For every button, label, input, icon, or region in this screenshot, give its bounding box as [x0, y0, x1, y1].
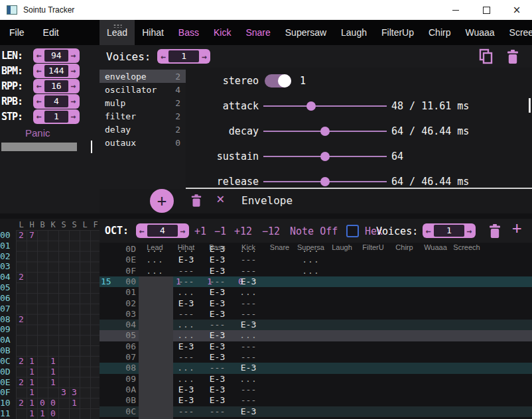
order-cell[interactable]: 1 [27, 398, 37, 408]
note-cell[interactable]: E-3 [170, 341, 202, 352]
order-cell[interactable]: 1 [37, 408, 48, 419]
note-cell[interactable]: ... [233, 374, 264, 385]
note-row[interactable]: 0F...---E-3---... [100, 266, 532, 276]
note-cell[interactable]: ... [233, 330, 264, 341]
rpb-stepper[interactable]: ←4→ [33, 94, 80, 109]
decay-slider[interactable] [263, 131, 387, 132]
tab-laugh[interactable]: Laugh [334, 20, 374, 45]
note-cell[interactable]: E-3 [170, 395, 202, 406]
order-cell[interactable]: 1 [27, 356, 37, 367]
order-cell[interactable]: 1 [27, 367, 37, 377]
order-cell[interactable]: 2 [16, 356, 27, 367]
note-cell[interactable]: --- [233, 298, 264, 309]
tab-hihat[interactable]: Hihat [135, 20, 171, 45]
right-arrow-icon[interactable]: → [464, 227, 475, 235]
pattern-order-table[interactable]: LHBKSSLF0027010203042050607082090A0B0C21… [0, 219, 100, 419]
order-cell[interactable]: 0 [48, 408, 58, 419]
note-cell[interactable]: E-3 [170, 255, 202, 265]
clear-unit-button[interactable]: × [216, 192, 225, 206]
order-cell[interactable]: 1 [27, 408, 37, 419]
note-cell[interactable]: E-3 [202, 395, 233, 406]
note-cell[interactable]: ... [170, 287, 202, 298]
left-arrow-icon[interactable]: ← [158, 52, 168, 61]
delete-unit-button[interactable] [191, 194, 202, 207]
note-cell[interactable]: ... [170, 363, 202, 373]
note-cell[interactable]: --- [233, 385, 264, 395]
note-cell[interactable]: E-3 [202, 309, 233, 320]
tab-filterup[interactable]: FilterUp [374, 20, 421, 45]
delete-instrument-button[interactable] [507, 50, 519, 64]
toolbar-button-note-off[interactable]: Note Off [290, 225, 338, 237]
unit-item-delay[interactable]: delay2 [100, 123, 186, 136]
order-cell[interactable]: 2 [16, 377, 27, 388]
note-cell[interactable]: ... [170, 330, 202, 341]
slider-thumb[interactable] [320, 152, 330, 161]
close-button[interactable]: × [501, 0, 532, 20]
bpm-stepper[interactable]: ←144→ [33, 64, 80, 78]
note-cell[interactable]: E-3 [202, 287, 233, 298]
unit-item-outaux[interactable]: outaux0 [100, 136, 186, 149]
note-cell[interactable]: --- [202, 320, 233, 330]
add-track-button[interactable]: + [512, 220, 521, 236]
note-cell[interactable]: --- [202, 406, 233, 417]
order-cell[interactable]: 0 [37, 398, 48, 408]
note-cell[interactable]: ... [170, 374, 202, 385]
stp-stepper[interactable]: ←1→ [33, 109, 80, 124]
note-cell[interactable]: E-3 [202, 374, 233, 385]
len-stepper[interactable]: ←94→ [33, 48, 80, 63]
left-arrow-icon[interactable]: ← [34, 51, 44, 60]
order-cell[interactable]: 2 [16, 314, 27, 325]
order-cell[interactable]: 2 [16, 398, 27, 408]
right-arrow-icon[interactable]: → [68, 112, 79, 121]
left-arrow-icon[interactable]: ← [34, 97, 44, 105]
right-arrow-icon[interactable]: → [68, 97, 79, 105]
note-cell[interactable]: --- [233, 309, 264, 320]
tab-kick[interactable]: Kick [206, 20, 238, 45]
note-cell[interactable]: E-3 [170, 385, 202, 395]
left-arrow-icon[interactable]: ← [423, 227, 434, 235]
note-cell[interactable]: E-3 [170, 298, 202, 309]
tab-wuaaa[interactable]: Wuaaa [458, 20, 501, 45]
note-cell[interactable]: --- [170, 276, 202, 287]
note-cell[interactable]: --- [202, 363, 233, 373]
note-cell[interactable]: ... [170, 320, 202, 330]
order-cell[interactable]: 1 [48, 377, 58, 388]
note-cell[interactable]: E-3 [202, 385, 233, 395]
note-cell[interactable]: --- [170, 309, 202, 320]
note-cell[interactable]: --- [233, 395, 264, 406]
note-cell[interactable]: --- [170, 266, 202, 276]
note-cell[interactable]: ... [139, 266, 170, 276]
note-cell[interactable]: E-3 [202, 352, 233, 363]
tab-snare[interactable]: Snare [238, 20, 277, 45]
note-cell[interactable]: E-3 [202, 298, 233, 309]
tab-screech[interactable]: Screech [502, 20, 532, 45]
note-cell[interactable]: --- [233, 266, 264, 276]
unit-item-mulp[interactable]: mulp2 [100, 96, 186, 109]
order-cell[interactable]: 1 [48, 367, 58, 377]
note-cell[interactable]: ... [295, 255, 326, 265]
menu-file[interactable]: File [0, 27, 34, 38]
note-cell[interactable]: --- [233, 255, 264, 265]
hex-checkbox[interactable] [346, 225, 359, 237]
order-cell[interactable]: 1 [27, 387, 37, 398]
note-cell[interactable]: E-3 [202, 330, 233, 341]
order-cell[interactable]: 3 [58, 387, 69, 398]
right-arrow-icon[interactable]: → [68, 66, 79, 75]
note-cell[interactable]: E-3 [233, 276, 264, 287]
track-voices-stepper[interactable]: ←1→ [423, 223, 476, 238]
left-arrow-icon[interactable]: ← [34, 66, 44, 75]
slider-thumb[interactable] [306, 101, 316, 111]
left-arrow-icon[interactable]: ← [137, 227, 147, 235]
note-cell[interactable]: ... [139, 255, 170, 265]
note-grid[interactable]: LeadHihatBassKickSnareSupersaLaughFilter… [100, 243, 532, 419]
note-cell[interactable]: --- [202, 276, 233, 287]
order-cell[interactable]: 1 [48, 356, 58, 367]
order-cell[interactable]: 3 [69, 387, 80, 398]
panic-button[interactable]: Panic [25, 127, 50, 139]
slider-thumb[interactable] [320, 177, 330, 186]
note-cell[interactable]: E-3 [233, 363, 264, 373]
toolbar-button-+12[interactable]: +12 [234, 225, 252, 237]
right-arrow-icon[interactable]: → [199, 52, 210, 61]
left-arrow-icon[interactable]: ← [34, 112, 44, 121]
tab-chirp[interactable]: Chirp [421, 20, 458, 45]
